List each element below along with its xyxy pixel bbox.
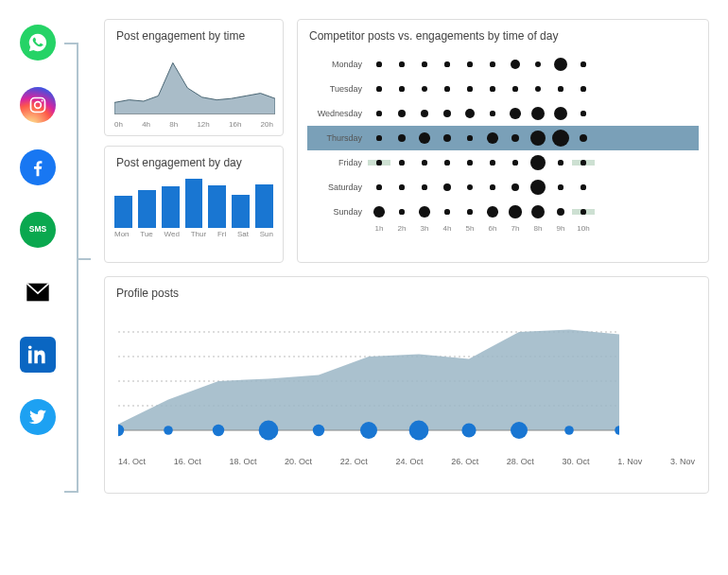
svg-point-16 [313, 425, 324, 436]
x-tick: 7h [504, 224, 527, 233]
x-tick: 18. Oct [229, 457, 256, 466]
heatmap-row: Friday [307, 150, 699, 175]
chart-engagement-time: 0h4h8h12h16h20h [105, 46, 283, 134]
heatmap-cell [504, 108, 527, 119]
heatmap-cell [481, 206, 504, 218]
x-tick: 2h [390, 224, 413, 233]
x-tick: 6h [481, 224, 504, 233]
heatmap-cell [436, 110, 459, 117]
chart-engagement-day: MonTueWedThurFriSatSun [105, 173, 283, 244]
heatmap-cell [504, 183, 527, 191]
heatmap-cell [549, 130, 572, 147]
x-tick: Sun [260, 230, 273, 238]
x-tick: Thur [191, 230, 206, 238]
heatmap-cell [390, 86, 413, 91]
svg-point-14 [213, 425, 224, 436]
heatmap-row: Wednesday [307, 101, 699, 126]
social-icons-rail: SMS [9, 19, 66, 494]
heatmap-cell [504, 205, 527, 218]
twitter-icon[interactable] [20, 399, 56, 435]
svg-point-20 [511, 422, 528, 439]
x-tick: 12h [197, 120, 209, 129]
heatmap-cell [527, 86, 549, 93]
x-tick: 3. Nov [670, 457, 695, 466]
x-tick: 16h [229, 120, 241, 129]
heatmap-cell [368, 206, 390, 218]
heatmap-cell [549, 208, 572, 216]
panel-title: Competitor posts vs. engagements by time… [298, 20, 708, 46]
heatmap-cell [459, 209, 481, 214]
x-tick: 22. Oct [340, 457, 368, 466]
linkedin-icon[interactable] [20, 337, 56, 373]
email-icon[interactable] [20, 274, 56, 310]
heatmap-cell [481, 132, 504, 144]
panel-title: Profile posts [105, 277, 708, 304]
heatmap-cell [527, 131, 549, 146]
heatmap-cell [368, 184, 390, 189]
svg-point-2 [42, 99, 43, 101]
heatmap-cell [527, 155, 549, 170]
bar [232, 195, 250, 228]
heatmap-cell [572, 61, 595, 66]
heatmap-cell [527, 61, 549, 68]
x-tick: Wed [165, 230, 180, 238]
x-tick: 16. Oct [174, 457, 201, 466]
x-tick: 5h [459, 224, 481, 233]
heatmap-cell [413, 206, 436, 218]
x-tick: 24. Oct [395, 457, 423, 466]
heatmap-cell [481, 61, 504, 66]
heatmap-cell [413, 110, 436, 117]
panel-engagement-by-day: Post engagement by day MonTueWedThurFriS… [104, 146, 284, 263]
y-tick: Tuesday [307, 84, 368, 94]
y-tick: Wednesday [307, 109, 368, 118]
chart-competitor-heatmap: MondayTuesdayWednesdayThursdayFridaySatu… [298, 46, 708, 238]
heatmap-cell [436, 134, 459, 142]
heatmap-cell [549, 107, 572, 121]
instagram-icon[interactable] [20, 87, 56, 123]
whatsapp-icon[interactable] [20, 25, 56, 61]
heatmap-cell [459, 86, 481, 91]
panel-engagement-by-time: Post engagement by time 0h4h8h12h16h20h [104, 19, 284, 136]
heatmap-cell [390, 160, 413, 165]
heatmap-cell [413, 184, 436, 189]
x-tick: 3h [413, 224, 436, 233]
heatmap-cell [436, 61, 459, 66]
svg-point-18 [409, 421, 429, 441]
svg-point-15 [259, 421, 279, 441]
x-tick: 8h [169, 120, 178, 129]
x-tick: Fri [217, 230, 226, 238]
heatmap-row: Monday [307, 52, 699, 77]
heatmap-cell [436, 209, 459, 214]
panel-title: Post engagement by day [105, 147, 283, 173]
y-tick: Saturday [307, 183, 368, 192]
facebook-icon[interactable] [20, 149, 56, 185]
heatmap-cell [527, 205, 549, 219]
heatmap-cell [459, 109, 481, 118]
heatmap-cell [459, 61, 481, 66]
x-tick: 0h [114, 120, 123, 129]
heatmap-cell [504, 60, 527, 69]
heatmap-cell [413, 86, 436, 93]
heatmap-cell [390, 110, 413, 117]
y-tick: Friday [307, 158, 368, 167]
heatmap-cell [504, 86, 527, 91]
y-tick: Thursday [307, 133, 368, 143]
bar [114, 196, 132, 228]
heatmap-cell [527, 180, 549, 195]
heatmap-cell [436, 183, 459, 191]
heatmap-cell [549, 184, 572, 189]
heatmap-cell [572, 160, 595, 165]
x-tick: 14. Oct [118, 457, 146, 466]
heatmap-cell [390, 61, 413, 66]
bar [138, 190, 156, 228]
x-tick: 20h [261, 120, 273, 129]
heatmap-cell [390, 209, 413, 214]
heatmap-cell [413, 160, 436, 165]
heatmap-cell [572, 134, 595, 142]
x-tick: 20. Oct [285, 457, 312, 466]
heatmap-cell [413, 132, 436, 144]
heatmap-cell [572, 209, 595, 214]
sms-icon[interactable]: SMS [20, 212, 56, 248]
panel-title: Post engagement by time [105, 20, 283, 46]
heatmap-cell [368, 61, 390, 66]
